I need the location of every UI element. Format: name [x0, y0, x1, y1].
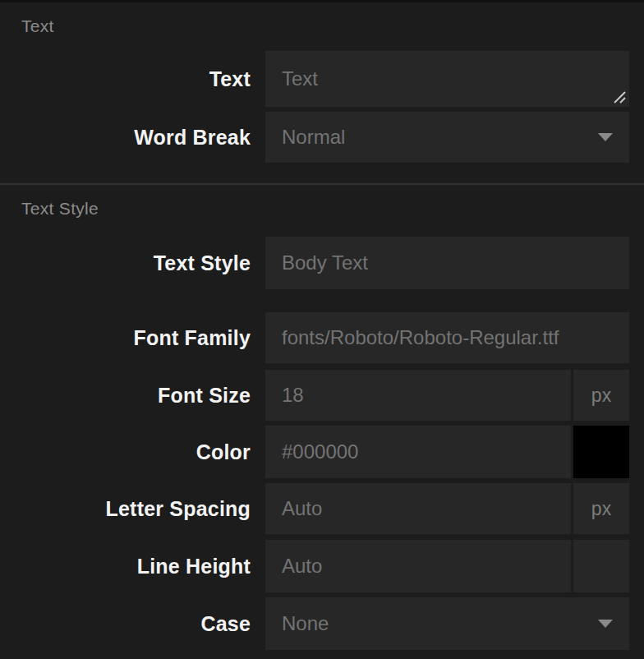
case-select-value: None	[265, 612, 329, 635]
field-label-font-size: Font Size	[0, 370, 251, 421]
font-size-field[interactable]	[265, 370, 571, 421]
font-size-unit-label: px	[573, 370, 629, 421]
letter-spacing-input[interactable]	[265, 483, 571, 534]
section-title-text: Text	[21, 16, 54, 37]
color-input[interactable]	[265, 426, 571, 478]
field-label-letter-spacing: Letter Spacing	[0, 483, 251, 534]
line-height-input[interactable]	[265, 540, 571, 592]
line-height-field[interactable]	[265, 540, 571, 592]
field-label-font-family: Font Family	[0, 312, 251, 363]
chevron-down-icon	[598, 133, 613, 141]
color-swatch[interactable]	[573, 426, 629, 478]
text-style-field[interactable]	[265, 237, 629, 289]
field-row-color: Color	[0, 426, 644, 478]
word-break-select[interactable]: Normal	[265, 112, 629, 163]
field-row-font-size: Font Size px	[0, 370, 644, 421]
word-break-select-value: Normal	[265, 126, 345, 149]
letter-spacing-field[interactable]	[265, 483, 571, 534]
field-row-text: Text	[0, 51, 644, 107]
field-label-color: Color	[0, 426, 251, 478]
field-label-line-height: Line Height	[0, 540, 251, 592]
field-row-font-family: Font Family	[0, 312, 644, 363]
text-style-input[interactable]	[265, 237, 629, 289]
panel-top-border	[0, 0, 644, 2]
field-label-text: Text	[0, 51, 251, 107]
text-properties-panel: Text Text Word Break Normal Text Style T…	[0, 0, 644, 659]
field-row-case: Case None	[0, 597, 644, 650]
resize-handle-icon[interactable]	[613, 91, 627, 104]
section-title-text-style: Text Style	[21, 198, 99, 219]
letter-spacing-unit-label: px	[573, 483, 629, 534]
text-textarea-field[interactable]	[265, 51, 629, 107]
case-select[interactable]: None	[265, 597, 629, 650]
field-label-text-style: Text Style	[0, 237, 251, 289]
field-row-text-style: Text Style	[0, 237, 644, 289]
field-row-word-break: Word Break Normal	[0, 112, 644, 163]
font-size-input[interactable]	[265, 370, 571, 421]
line-height-unit-label	[573, 540, 629, 592]
chevron-down-icon	[598, 620, 613, 628]
section-divider	[0, 183, 644, 185]
text-textarea[interactable]	[265, 51, 629, 107]
field-label-word-break: Word Break	[0, 112, 251, 163]
field-label-case: Case	[0, 597, 251, 650]
color-field[interactable]	[265, 426, 571, 478]
font-family-field[interactable]	[265, 312, 629, 363]
field-row-letter-spacing: Letter Spacing px	[0, 483, 644, 534]
field-row-line-height: Line Height	[0, 540, 644, 592]
font-family-input[interactable]	[265, 312, 629, 363]
